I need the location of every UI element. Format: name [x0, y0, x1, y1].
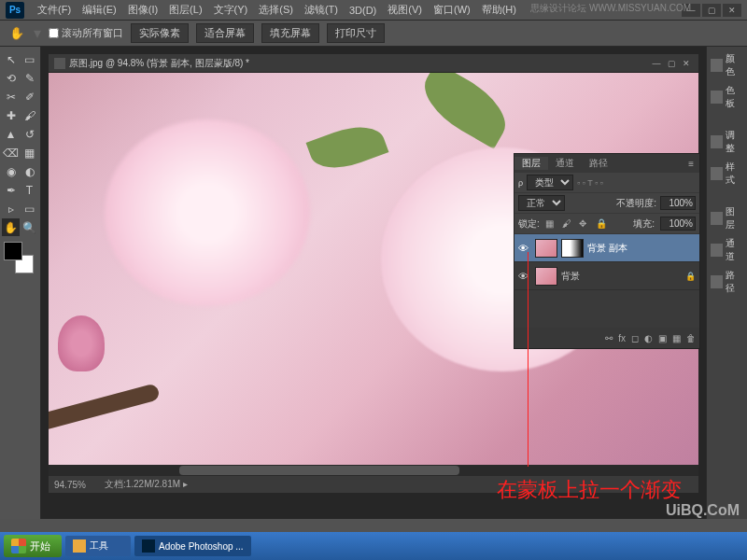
- lock-position-icon[interactable]: ✥: [579, 218, 590, 230]
- layer-mask-thumbnail[interactable]: [561, 239, 584, 258]
- lasso-tool[interactable]: ⟲: [2, 69, 20, 87]
- zoom-tool[interactable]: 🔍: [21, 218, 38, 236]
- opacity-label: 不透明度:: [616, 197, 656, 210]
- ps-logo: Ps: [6, 2, 24, 19]
- link-layers-icon[interactable]: ⚯: [605, 333, 613, 343]
- doc-close-button[interactable]: ✕: [680, 57, 693, 70]
- dock-styles[interactable]: 样式: [709, 159, 745, 189]
- path-select-tool[interactable]: ▹: [2, 200, 20, 217]
- windows-logo-icon: [11, 539, 26, 553]
- docsize-value: 1.22M/2.81M: [126, 479, 180, 489]
- layer-thumbnail[interactable]: [535, 267, 557, 286]
- group-icon[interactable]: ▣: [658, 333, 667, 343]
- maximize-button[interactable]: ▢: [702, 4, 721, 17]
- menu-select[interactable]: 选择(S): [253, 3, 299, 17]
- scrollbar-thumb[interactable]: [179, 466, 459, 475]
- menu-type[interactable]: 文字(Y): [208, 3, 254, 17]
- watermark-text: 思缘设计论坛 WWW.MISSYUAN.COM: [530, 2, 691, 15]
- history-brush-tool[interactable]: ↺: [21, 125, 38, 143]
- gradient-tool[interactable]: ▦: [21, 144, 38, 161]
- dock-swatches[interactable]: 色板: [709, 82, 745, 112]
- color-swatch[interactable]: [2, 242, 35, 275]
- layer-style-icon[interactable]: fx: [618, 333, 626, 343]
- taskbar-item-photoshop[interactable]: Adobe Photoshop ...: [134, 536, 251, 556]
- annotation-text: 在蒙板上拉一个渐变: [497, 476, 682, 504]
- type-tool[interactable]: T: [21, 181, 38, 199]
- dock-layers[interactable]: 图层: [709, 203, 745, 233]
- layer-row-background[interactable]: 👁 背景 🔒: [514, 262, 699, 290]
- adjustments-icon: [711, 135, 723, 148]
- adjustment-layer-icon[interactable]: ◐: [644, 333, 653, 343]
- menu-image[interactable]: 图像(I): [122, 3, 163, 17]
- stamp-tool[interactable]: ▲: [2, 125, 20, 143]
- blur-tool[interactable]: ◉: [2, 162, 20, 180]
- doc-maximize-button[interactable]: ▢: [665, 57, 678, 70]
- menu-layer[interactable]: 图层(L): [163, 3, 207, 17]
- document-title: 原图.jpg @ 94.8% (背景 副本, 图层蒙版/8) *: [69, 57, 249, 70]
- layer-name[interactable]: 背景: [561, 270, 580, 283]
- layer-row-copy[interactable]: 👁 背景 副本: [514, 234, 699, 262]
- actual-pixels-button[interactable]: 实际像素: [131, 23, 189, 43]
- layer-mask-icon[interactable]: ◻: [631, 333, 639, 343]
- menu-3d[interactable]: 3D(D): [344, 5, 382, 16]
- menu-filter[interactable]: 滤镜(T): [299, 3, 344, 17]
- print-size-button[interactable]: 打印尺寸: [327, 23, 385, 43]
- marquee-tool[interactable]: ▭: [21, 50, 38, 68]
- horizontal-scrollbar[interactable]: [49, 465, 698, 476]
- lock-pixels-icon[interactable]: 🖌: [562, 218, 573, 230]
- fit-screen-button[interactable]: 适合屏幕: [196, 23, 254, 43]
- visibility-icon[interactable]: 👁: [518, 243, 531, 254]
- menu-help[interactable]: 帮助(H): [476, 3, 522, 17]
- paths-tab[interactable]: 路径: [582, 157, 615, 170]
- new-layer-icon[interactable]: ▦: [672, 333, 681, 343]
- visibility-icon[interactable]: 👁: [518, 271, 531, 282]
- dock-adjustments[interactable]: 调整: [709, 127, 745, 157]
- toolbox: ↖ ▭ ⟲ ✎ ✂ ✐ ✚ 🖌 ▲ ↺ ⌫ ▦ ◉ ◐ ✒ T ▹ ▭ ✋ 🔍: [0, 47, 41, 519]
- start-button[interactable]: 开始: [4, 535, 62, 557]
- fill-screen-button[interactable]: 填充屏幕: [261, 23, 319, 43]
- zoom-level[interactable]: 94.75%: [54, 480, 86, 490]
- opacity-input[interactable]: [660, 196, 696, 210]
- close-button[interactable]: ✕: [723, 4, 741, 17]
- blend-mode-select[interactable]: 正常: [518, 195, 565, 211]
- panel-menu-icon[interactable]: ≡: [683, 159, 699, 169]
- dock-channels[interactable]: 通道: [709, 235, 745, 265]
- menu-file[interactable]: 文件(F): [32, 3, 77, 17]
- menu-edit[interactable]: 编辑(E): [77, 3, 122, 17]
- delete-layer-icon[interactable]: 🗑: [686, 333, 696, 343]
- scroll-all-windows-checkbox[interactable]: 滚动所有窗口: [49, 26, 123, 40]
- dock-color[interactable]: 颜色: [709, 50, 745, 80]
- fill-input[interactable]: [660, 217, 696, 231]
- lock-transparency-icon[interactable]: ▦: [545, 218, 557, 230]
- quick-select-tool[interactable]: ✎: [21, 69, 38, 87]
- brush-tool[interactable]: 🖌: [21, 106, 38, 124]
- dock-paths[interactable]: 路径: [709, 267, 745, 297]
- move-tool[interactable]: ↖: [2, 50, 20, 68]
- styles-icon: [711, 167, 723, 180]
- layer-name[interactable]: 背景 副本: [587, 242, 627, 255]
- taskbar-item-tools[interactable]: 工具: [65, 536, 131, 556]
- doc-minimize-button[interactable]: —: [650, 57, 663, 70]
- fill-label: 填充:: [633, 217, 655, 231]
- foreground-color[interactable]: [4, 242, 22, 260]
- healing-tool[interactable]: ✚: [2, 106, 20, 124]
- right-dock: 颜色 色板 调整 样式 图层 通道 路径: [706, 47, 747, 519]
- docsize-label: 文档:: [105, 479, 126, 489]
- menu-view[interactable]: 视图(V): [382, 3, 428, 17]
- document-tab[interactable]: 原图.jpg @ 94.8% (背景 副本, 图层蒙版/8) * — ▢ ✕: [49, 54, 698, 73]
- menu-window[interactable]: 窗口(W): [428, 3, 476, 17]
- pen-tool[interactable]: ✒: [2, 181, 20, 199]
- channels-tab[interactable]: 通道: [548, 157, 582, 170]
- layers-tab[interactable]: 图层: [514, 157, 548, 170]
- eraser-tool[interactable]: ⌫: [2, 144, 20, 161]
- hand-tool[interactable]: ✋: [2, 218, 20, 236]
- dodge-tool[interactable]: ◐: [21, 162, 38, 180]
- layer-filter-select[interactable]: 类型: [527, 175, 573, 190]
- document-icon: [54, 58, 65, 69]
- shape-tool[interactable]: ▭: [21, 200, 38, 217]
- eyedropper-tool[interactable]: ✐: [21, 88, 38, 105]
- crop-tool[interactable]: ✂: [2, 88, 20, 105]
- layer-thumbnail[interactable]: [535, 239, 557, 258]
- lock-all-icon[interactable]: 🔒: [596, 218, 607, 230]
- image-leaf: [413, 73, 517, 149]
